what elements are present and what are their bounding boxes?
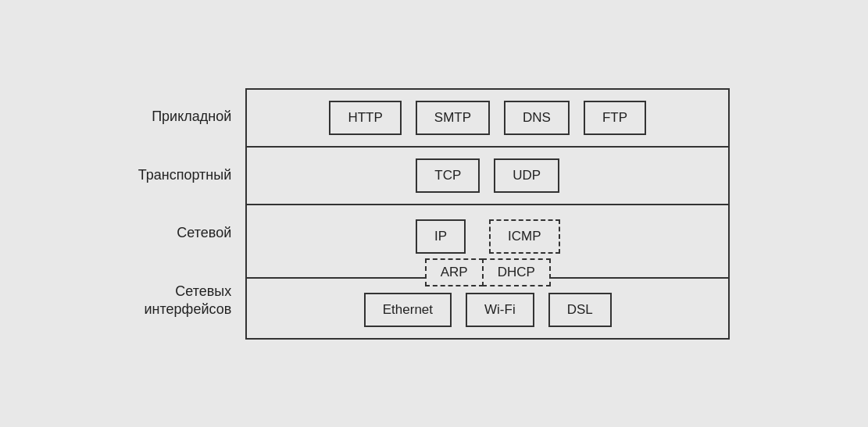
protocol-ftp: FTP [584,101,646,135]
protocol-udp: UDP [494,158,559,193]
label-network: Сетевой [138,224,232,242]
label-transport: Транспортный [138,166,232,184]
label-application: Прикладной [138,108,232,126]
protocol-ethernet: Ethernet [364,293,452,327]
protocol-dsl: DSL [548,293,612,327]
arp-dhcp-row: ARP DHCP [247,258,728,286]
protocol-tcp: TCP [416,158,480,193]
protocol-arp: ARP [425,258,484,286]
network-diagram: Прикладной Транспортный Сетевой Сетевых … [138,88,730,340]
protocol-wifi: Wi-Fi [466,293,534,327]
protocol-dns: DNS [504,101,570,135]
label-interface: Сетевых интерфейсов [138,283,232,319]
protocol-ip: IP [416,219,466,254]
interface-layer: Ethernet Wi-Fi DSL [247,279,728,338]
protocol-smtp: SMTP [416,101,490,135]
protocol-icmp: ICMP [489,219,560,254]
diagram-box: HTTP SMTP DNS FTP TCP UDP IP ICMP ARP DH… [245,88,730,340]
protocol-http: HTTP [329,101,401,135]
transport-layer: TCP UDP [247,148,728,205]
network-layer-top: IP ICMP [247,205,728,258]
combined-network-interface: IP ICMP ARP DHCP Ethernet Wi-Fi DSL [247,205,728,338]
application-layer: HTTP SMTP DNS FTP [247,90,728,148]
layer-labels: Прикладной Транспортный Сетевой Сетевых … [138,88,232,340]
protocol-dhcp: DHCP [482,258,551,286]
